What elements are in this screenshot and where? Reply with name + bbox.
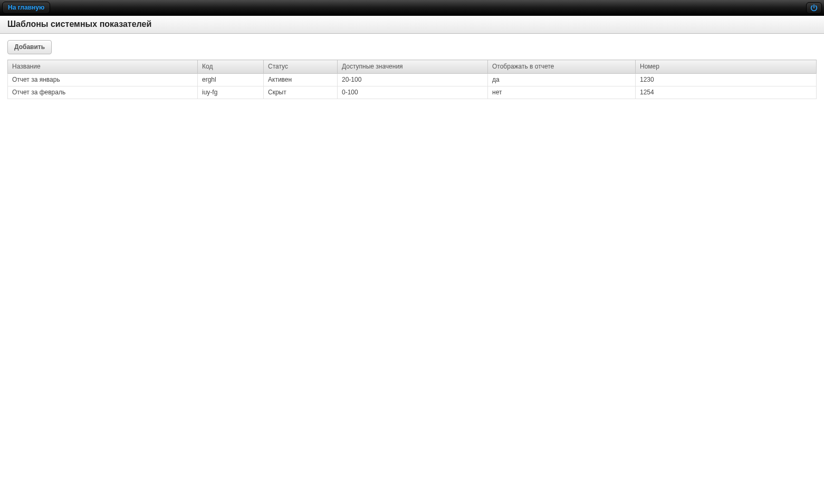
col-header-report[interactable]: Отображать в отчете xyxy=(488,60,636,74)
cell-number: 1230 xyxy=(636,74,817,86)
col-header-number[interactable]: Номер xyxy=(636,60,817,74)
table-row[interactable]: Отчет за февраль iuy-fg Скрыт 0-100 нет … xyxy=(8,86,817,99)
cell-name: Отчет за январь xyxy=(8,74,198,86)
cell-range: 0-100 xyxy=(338,86,488,99)
topbar: На главную xyxy=(0,0,824,16)
power-icon xyxy=(810,4,818,12)
cell-name: Отчет за февраль xyxy=(8,86,198,99)
home-button[interactable]: На главную xyxy=(2,2,50,14)
templates-table: Название Код Статус Доступные значения О… xyxy=(7,60,817,99)
cell-code: iuy-fg xyxy=(198,86,264,99)
cell-status: Скрыт xyxy=(264,86,338,99)
col-header-status[interactable]: Статус xyxy=(264,60,338,74)
page-heading: Шаблоны системных показателей xyxy=(0,16,824,34)
cell-report: да xyxy=(488,74,636,86)
col-header-code[interactable]: Код xyxy=(198,60,264,74)
cell-number: 1254 xyxy=(636,86,817,99)
table-header-row: Название Код Статус Доступные значения О… xyxy=(8,60,817,74)
cell-status: Активен xyxy=(264,74,338,86)
col-header-range[interactable]: Доступные значения xyxy=(338,60,488,74)
page-title: Шаблоны системных показателей xyxy=(7,20,817,29)
cell-range: 20-100 xyxy=(338,74,488,86)
cell-report: нет xyxy=(488,86,636,99)
col-header-name[interactable]: Название xyxy=(8,60,198,74)
cell-code: erghl xyxy=(198,74,264,86)
add-button[interactable]: Добавить xyxy=(7,40,52,54)
power-button[interactable] xyxy=(806,2,822,14)
content: Добавить Название Код Статус Доступные з… xyxy=(0,34,824,105)
table-row[interactable]: Отчет за январь erghl Активен 20-100 да … xyxy=(8,74,817,86)
